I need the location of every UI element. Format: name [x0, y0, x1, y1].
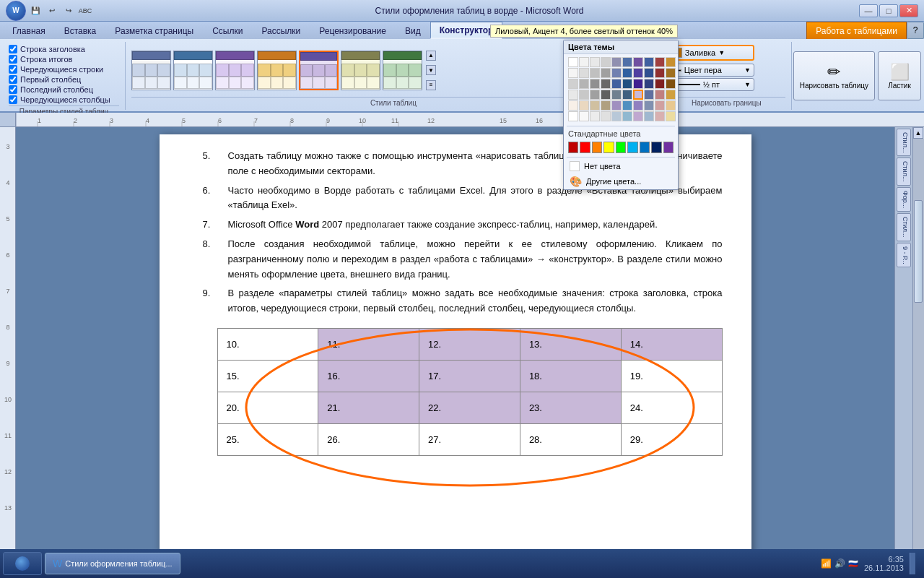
- color-cell[interactable]: [601, 68, 611, 78]
- color-cell[interactable]: [579, 90, 589, 100]
- tab-table-tools[interactable]: Работа с таблицами: [806, 22, 907, 39]
- color-cell[interactable]: [655, 68, 665, 78]
- tab-home[interactable]: Главная: [3, 22, 55, 39]
- border-style-button[interactable]: ½ пт ▼: [668, 78, 754, 91]
- color-cell[interactable]: [568, 90, 578, 100]
- color-cell[interactable]: [633, 111, 643, 121]
- border-style-arrow[interactable]: ▼: [744, 81, 751, 88]
- border-color-button[interactable]: Цвет пера ▼: [668, 64, 754, 77]
- table-style-7[interactable]: [383, 51, 422, 90]
- color-cell[interactable]: [568, 111, 578, 121]
- draw-table-button[interactable]: ✏ Нарисовать таблицу: [793, 51, 875, 100]
- color-cell[interactable]: [590, 100, 600, 111]
- color-cell[interactable]: [590, 57, 600, 67]
- color-cell[interactable]: [590, 90, 600, 100]
- table-style-5[interactable]: [299, 51, 339, 90]
- color-cell-selected[interactable]: [633, 90, 643, 100]
- tab-review[interactable]: Рецензирование: [310, 22, 396, 39]
- style-scroll-more[interactable]: ≡: [426, 80, 436, 90]
- std-color-7[interactable]: [640, 142, 650, 153]
- std-color-6[interactable]: [627, 142, 637, 153]
- redo-qat-button[interactable]: ↪: [61, 4, 76, 17]
- maximize-button[interactable]: □: [879, 4, 898, 17]
- color-cell[interactable]: [644, 79, 654, 89]
- minimize-button[interactable]: —: [859, 4, 878, 17]
- undo-qat-button[interactable]: ↩: [45, 4, 59, 17]
- std-color-3[interactable]: [592, 142, 602, 153]
- std-color-8[interactable]: [651, 142, 661, 153]
- more-colors-option[interactable]: 🎨 Другие цвета...: [564, 173, 678, 189]
- color-cell[interactable]: [666, 57, 676, 67]
- totals-row-checkbox[interactable]: [9, 55, 17, 64]
- color-cell[interactable]: [666, 68, 676, 78]
- color-cell[interactable]: [622, 100, 632, 111]
- scroll-thumb[interactable]: [914, 200, 923, 303]
- color-cell[interactable]: [601, 100, 611, 111]
- color-cell[interactable]: [601, 111, 611, 121]
- table-style-4[interactable]: [257, 51, 297, 90]
- color-cell[interactable]: [579, 100, 589, 111]
- tab-view[interactable]: Вид: [396, 22, 430, 39]
- color-cell[interactable]: [590, 68, 600, 78]
- no-color-option[interactable]: Нет цвета: [564, 159, 678, 173]
- fill-color-button[interactable]: Заливка ▼: [668, 45, 754, 61]
- color-cell[interactable]: [601, 90, 611, 100]
- color-cell[interactable]: [666, 111, 676, 121]
- color-cell[interactable]: [666, 90, 676, 100]
- scroll-up-button[interactable]: ▲: [913, 127, 923, 139]
- color-cell[interactable]: [622, 68, 632, 78]
- border-color-arrow[interactable]: ▼: [744, 66, 751, 74]
- color-cell[interactable]: [579, 68, 589, 78]
- save-qat-button[interactable]: 💾: [28, 4, 43, 17]
- style-scroll-down[interactable]: ▼: [426, 65, 436, 75]
- color-cell[interactable]: [579, 57, 589, 67]
- right-panel-item-1[interactable]: Стил...: [897, 129, 911, 156]
- banded-cols-checkbox[interactable]: [9, 95, 17, 104]
- color-cell[interactable]: [622, 57, 632, 67]
- color-cell[interactable]: [633, 57, 643, 67]
- color-cell[interactable]: [622, 79, 632, 89]
- right-panel-item-5[interactable]: 9 - Р...: [897, 243, 911, 268]
- first-col-checkbox[interactable]: [9, 75, 17, 84]
- std-color-5[interactable]: [616, 142, 626, 153]
- show-desktop-button[interactable]: [910, 553, 915, 574]
- table-style-3[interactable]: [215, 51, 255, 90]
- color-cell[interactable]: [655, 57, 665, 67]
- taskbar-word-item[interactable]: W Стили оформления таблиц...: [45, 553, 180, 574]
- color-cell[interactable]: [644, 90, 654, 100]
- eraser-button[interactable]: ⬜ Ластик: [878, 51, 921, 100]
- ribbon-help-button[interactable]: ?: [907, 22, 924, 39]
- table-style-1[interactable]: [131, 51, 171, 90]
- color-cell[interactable]: [579, 111, 589, 121]
- color-cell[interactable]: [611, 79, 622, 89]
- color-cell[interactable]: [611, 111, 622, 121]
- color-cell[interactable]: [590, 111, 600, 121]
- start-button[interactable]: [3, 552, 42, 575]
- header-row-checkbox[interactable]: [9, 45, 17, 53]
- abc-qat-button[interactable]: ABC: [78, 4, 92, 17]
- color-cell[interactable]: [666, 79, 676, 89]
- color-cell[interactable]: [611, 100, 622, 111]
- style-scroll-up[interactable]: ▲: [426, 51, 436, 61]
- tab-references[interactable]: Ссылки: [203, 22, 252, 39]
- color-cell[interactable]: [601, 79, 611, 89]
- color-cell[interactable]: [579, 79, 589, 89]
- tab-page-layout[interactable]: Разметка страницы: [105, 22, 203, 39]
- color-cell[interactable]: [568, 79, 578, 89]
- std-color-2[interactable]: [580, 142, 590, 153]
- color-cell[interactable]: [568, 68, 578, 78]
- last-col-checkbox[interactable]: [9, 85, 17, 94]
- right-panel-item-4[interactable]: Стил...: [897, 213, 911, 241]
- table-style-2[interactable]: [173, 51, 213, 90]
- color-cell[interactable]: [655, 100, 665, 111]
- tab-insert[interactable]: Вставка: [55, 22, 106, 39]
- color-cell[interactable]: [666, 100, 676, 111]
- std-color-4[interactable]: [603, 142, 614, 153]
- banded-rows-checkbox[interactable]: [9, 65, 17, 74]
- tab-mailings[interactable]: Рассылки: [252, 22, 310, 39]
- close-button[interactable]: ✕: [899, 4, 918, 17]
- color-cell[interactable]: [644, 68, 654, 78]
- color-cell[interactable]: [655, 79, 665, 89]
- color-cell[interactable]: [633, 79, 643, 89]
- color-cell[interactable]: [611, 90, 622, 100]
